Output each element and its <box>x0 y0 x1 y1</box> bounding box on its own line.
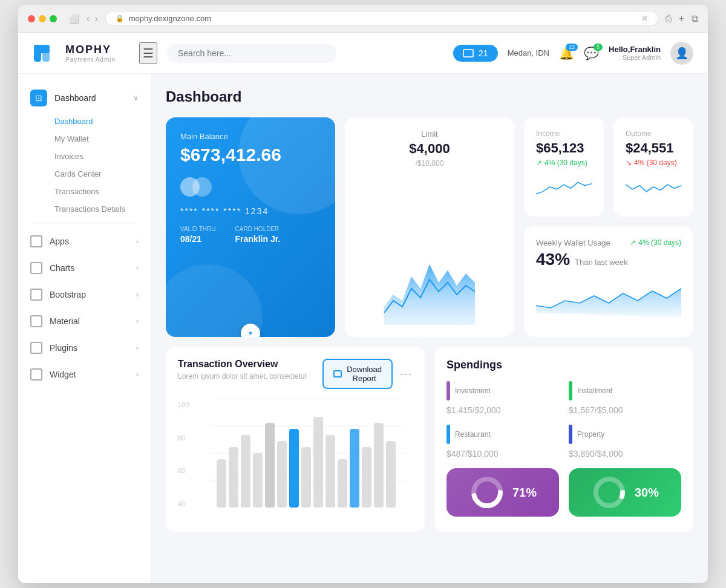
download-report-button[interactable]: DownloadReport <box>322 359 393 389</box>
outcome-label: Outome <box>626 129 681 138</box>
sidebar-charts-label: Charts <box>50 263 129 273</box>
logo-text: MOPHY Payment Admin <box>65 44 116 63</box>
spending-item-property: Property $3,890/$4,000 <box>569 425 681 459</box>
chevron-right-icon-5: › <box>136 344 139 352</box>
new-tab-icon[interactable]: + <box>679 13 684 24</box>
content-area: Dashboard Main Balance $673,412.66 **** … <box>151 74 708 583</box>
weekly-wallet-card: Weekly Wallet Usage ↗ 4% (30 days) 43% T… <box>524 226 693 337</box>
spending-item-installment: Installment $1,567/$5,000 <box>569 381 681 415</box>
chevron-down-icon: ∨ <box>133 94 139 102</box>
sidebar-item-dashboard[interactable]: ⊡ Dashboard ∨ <box>18 83 151 113</box>
chevron-right-icon-2: › <box>136 264 139 272</box>
sidebar-sub-mywallet[interactable]: My Wallet <box>18 130 151 148</box>
spendings-card: Spendings Investment $1,415/$2,000 <box>434 347 693 532</box>
search-input[interactable] <box>167 44 336 63</box>
transaction-title: Transaction Overview <box>178 359 307 370</box>
income-mini-chart <box>536 172 592 202</box>
svg-rect-14 <box>301 447 311 508</box>
donut-1-label: 71% <box>512 486 537 500</box>
svg-rect-21 <box>386 441 396 508</box>
sidebar-item-charts[interactable]: Charts › <box>18 255 151 281</box>
sidebar-sub-dashboard[interactable]: Dashboard <box>18 113 151 130</box>
property-name: Property <box>577 430 604 439</box>
balance-label: Main Balance <box>180 132 321 141</box>
installment-values: $1,567/$5,000 <box>569 405 681 415</box>
transaction-desc: Lorem ipsum dolor sit amet, consectetur <box>178 372 307 381</box>
limit-label: Limit <box>421 129 437 139</box>
bootstrap-icon <box>30 289 42 301</box>
sidebar-item-apps[interactable]: Apps › <box>18 228 151 255</box>
card-chip <box>180 177 321 197</box>
sidebar-item-material[interactable]: Material › <box>18 308 151 335</box>
logo-icon <box>33 40 59 67</box>
installment-total: /$5,000 <box>595 405 623 415</box>
restaurant-total: /$10,000 <box>465 449 499 459</box>
transaction-card: Transaction Overview Lorem ipsum dolor s… <box>166 347 425 532</box>
outcome-mini-chart <box>626 172 681 202</box>
sidebar-item-bootstrap[interactable]: Bootstrap › <box>18 281 151 308</box>
weekly-change: ↗ 4% (30 days) <box>630 238 681 247</box>
weekly-desc: Than last week <box>575 258 627 267</box>
chevron-right-icon-3: › <box>136 290 139 299</box>
card-more-button[interactable]: ▾ <box>241 324 260 337</box>
investment-bar <box>446 381 450 400</box>
forward-button[interactable]: › <box>94 13 97 24</box>
sidebar-item-plugins[interactable]: Plugins › <box>18 335 151 361</box>
close-button[interactable] <box>28 15 35 22</box>
material-icon <box>30 315 42 327</box>
notif-badge: 12 <box>566 44 578 51</box>
url-text: mophy.dexignzone.com <box>129 14 211 23</box>
balance-card: Main Balance $673,412.66 **** **** **** … <box>166 117 335 337</box>
sidebar-sub-invoices[interactable]: Invoices <box>18 148 151 165</box>
investment-total: /$2,000 <box>473 405 501 415</box>
weekly-area-chart <box>536 274 681 322</box>
notification-button[interactable]: 🔔 12 <box>559 46 574 60</box>
weekly-title: Weekly Wallet Usage <box>536 238 610 247</box>
message-button[interactable]: 💬 5 <box>584 46 599 60</box>
user-info: Hello,Franklin Super Admin <box>609 45 661 61</box>
user-name-text: Franklin <box>630 45 661 54</box>
sidebar-sub-cards[interactable]: Cards Center <box>18 165 151 183</box>
property-values: $3,890/$4,000 <box>569 449 681 459</box>
svg-rect-13 <box>289 429 299 508</box>
windows-icon[interactable]: ⧉ <box>692 13 698 24</box>
address-bar[interactable]: 🔒 mophy.dexignzone.com ✕ <box>105 11 658 26</box>
minimize-button[interactable] <box>39 15 46 22</box>
user-greeting: Hello,Franklin <box>609 45 661 54</box>
sidebar-item-widget[interactable]: Widget › <box>18 361 151 388</box>
sidebar-sub-transaction-details[interactable]: Transactions Details <box>18 200 151 218</box>
badge-count: 21 <box>479 48 488 58</box>
y-label-100: 100 <box>178 401 189 408</box>
back-button[interactable]: ‹ <box>87 13 90 24</box>
transaction-actions: DownloadReport ··· <box>322 359 413 389</box>
widget-icon <box>30 368 42 381</box>
more-options-icon[interactable]: ··· <box>400 368 413 381</box>
donut-cards: 71% 30% <box>446 468 681 517</box>
menu-toggle-button[interactable]: ☰ <box>139 42 157 64</box>
dashboard-icon: ⊡ <box>30 90 47 106</box>
restaurant-values: $487/$10,000 <box>446 449 559 459</box>
header-right: 21 Medan, IDN 🔔 12 💬 5 Hello,Franklin Su… <box>453 42 693 65</box>
card-footer: VALID THRU 08/21 CARD HOLDER Franklin Jr… <box>180 226 321 244</box>
header: MOPHY Payment Admin ☰ 21 Medan, IDN 🔔 12… <box>18 33 708 74</box>
dashboard-badge-button[interactable]: 21 <box>453 45 498 62</box>
transaction-header: Transaction Overview Lorem ipsum dolor s… <box>178 359 413 389</box>
close-tab-icon[interactable]: ✕ <box>641 14 648 23</box>
browser-actions: ⎙ + ⧉ <box>666 13 698 24</box>
donut-card-green: 30% <box>569 468 681 517</box>
svg-point-24 <box>596 479 623 506</box>
restaurant-name: Restaurant <box>455 430 491 439</box>
maximize-button[interactable] <box>50 15 57 22</box>
weekly-percent: 43% <box>536 250 570 269</box>
app-container: MOPHY Payment Admin ☰ 21 Medan, IDN 🔔 12… <box>18 33 708 583</box>
card-holder-value: Franklin Jr. <box>235 234 281 244</box>
share-icon[interactable]: ⎙ <box>666 13 672 24</box>
message-badge: 5 <box>594 44 603 51</box>
sidebar-sub-transactions[interactable]: Transactions <box>18 183 151 200</box>
svg-rect-12 <box>277 441 287 508</box>
avatar[interactable]: 👤 <box>670 42 693 65</box>
investment-bar-wrap: Investment <box>446 381 559 400</box>
chart-y-axis: 100 80 60 40 <box>178 399 189 508</box>
sidebar-toggle-icon[interactable]: ⬜ <box>69 14 79 24</box>
chevron-right-icon: › <box>136 237 139 246</box>
